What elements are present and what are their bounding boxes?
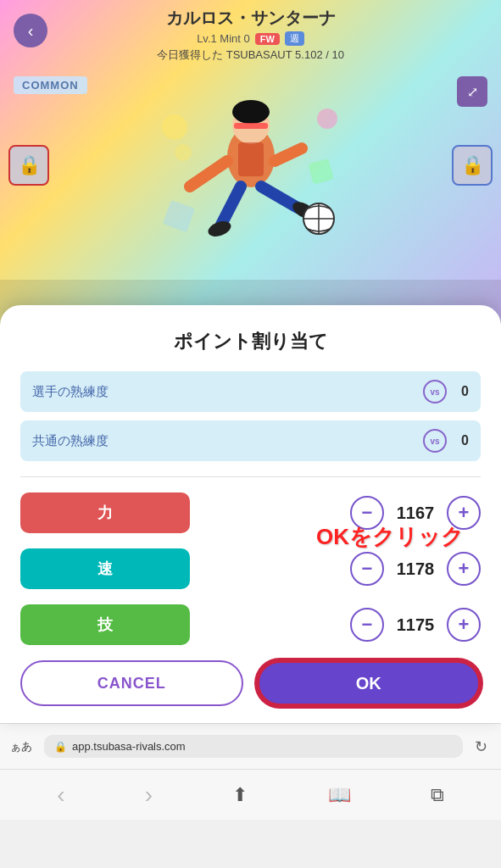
lock-icon-url: 🔒 — [54, 741, 67, 753]
stat-speed-controls: − 1178 + — [203, 552, 481, 586]
svg-point-16 — [317, 108, 337, 129]
browser-bar: ぁあ 🔒 app.tsubasa-rivals.com ↻ — [0, 723, 501, 769]
stat-power-decrement[interactable]: − — [350, 496, 384, 530]
svg-line-4 — [275, 148, 302, 161]
stat-technique-increment[interactable]: + — [447, 608, 481, 642]
lock-left-icon: 🔒 — [18, 154, 41, 176]
cancel-button[interactable]: CANCEL — [20, 660, 243, 706]
svg-point-14 — [162, 114, 187, 140]
svg-line-7 — [261, 186, 298, 208]
stat-power-increment[interactable]: + — [447, 496, 481, 530]
fullscreen-button[interactable]: ⤢ — [457, 76, 487, 107]
proficiency-common-value: vs 0 — [423, 429, 469, 453]
proficiency-common-label: 共通の熟練度 — [32, 433, 109, 449]
fw-badge: FW — [255, 33, 280, 45]
proficiency-player-value: vs 0 — [423, 380, 469, 403]
rarity-label: COMMON — [14, 76, 87, 94]
stat-speed-increment[interactable]: + — [447, 552, 481, 586]
divider — [20, 476, 481, 477]
stat-technique-controls: − 1175 + — [203, 608, 481, 642]
stat-power-value: 1167 — [394, 504, 437, 523]
stat-speed-decrement[interactable]: − — [350, 552, 384, 586]
stat-speed-value: 1178 — [394, 559, 437, 579]
svg-rect-18 — [308, 159, 334, 185]
stat-row-power: 力 − 1167 + — [20, 492, 481, 533]
stat-power-label: 力 — [20, 492, 190, 533]
action-row: CANCEL OK — [20, 660, 481, 706]
nav-bookmark-icon[interactable]: 📖 — [321, 777, 358, 813]
proficiency-player-label: 選手の熟練度 — [32, 384, 109, 400]
stat-row-speed: 速 − 1178 + — [20, 548, 481, 589]
stat-row-technique: 技 − 1175 + OKをクリック — [20, 604, 481, 645]
lock-right-icon: 🔒 — [461, 154, 484, 176]
card-area: ‹ カルロス・サンターナ Lv.1 Mint 0 FW 週 今日獲得した TSU… — [0, 0, 501, 331]
nav-share-icon[interactable]: ⬆ — [225, 777, 254, 813]
character-image — [132, 68, 370, 305]
player-sub: Lv.1 Mint 0 FW 週 — [51, 31, 450, 46]
modal-title: ポイント割り当て — [20, 329, 481, 354]
svg-line-6 — [221, 186, 241, 225]
stat-speed-label: 速 — [20, 548, 190, 589]
svg-point-2 — [232, 100, 270, 124]
vs-icon-player: vs — [423, 380, 447, 403]
nav-forward-icon[interactable]: › — [138, 775, 159, 815]
player-header: カルロス・サンターナ Lv.1 Mint 0 FW 週 今日獲得した TSUBA… — [0, 7, 501, 63]
proficiency-row-player: 選手の熟練度 vs 0 — [20, 371, 481, 412]
bottom-sheet: ポイント割り当て 選手の熟練度 vs 0 共通の熟練度 vs 0 力 − 116… — [0, 305, 501, 723]
proficiency-row-common: 共通の熟練度 vs 0 — [20, 420, 481, 461]
svg-rect-5 — [238, 142, 264, 176]
character-svg — [141, 76, 361, 297]
lock-right-button[interactable]: 🔒 — [452, 145, 493, 186]
browser-nav: ‹ › ⬆ 📖 ⧉ — [0, 769, 501, 820]
svg-rect-17 — [162, 200, 194, 232]
nav-tabs-icon[interactable]: ⧉ — [424, 777, 451, 813]
vs-icon-common: vs — [423, 429, 447, 453]
tsubasa-info: 今日獲得した TSUBASAUT 5.102 / 10 — [51, 47, 450, 63]
ok-button[interactable]: OK — [257, 660, 482, 706]
svg-line-3 — [190, 161, 227, 186]
proficiency-player-num: 0 — [452, 384, 469, 399]
browser-url-area[interactable]: 🔒 app.tsubasa-rivals.com — [44, 735, 463, 758]
reload-button[interactable]: ↻ — [471, 734, 491, 760]
lock-left-button[interactable]: 🔒 — [8, 145, 49, 186]
url-text: app.tsubasa-rivals.com — [72, 740, 186, 753]
stat-technique-value: 1175 — [394, 615, 437, 635]
stat-power-controls: − 1167 + — [203, 496, 481, 530]
stat-technique-label: 技 — [20, 604, 190, 645]
proficiency-common-num: 0 — [452, 433, 469, 448]
svg-point-15 — [175, 144, 192, 161]
week-badge: 週 — [285, 31, 304, 46]
stat-technique-decrement[interactable]: − — [350, 608, 384, 642]
player-name: カルロス・サンターナ — [51, 7, 450, 30]
nav-back-icon[interactable]: ‹ — [50, 775, 71, 815]
browser-locale: ぁあ — [10, 739, 36, 754]
svg-rect-13 — [234, 123, 268, 129]
